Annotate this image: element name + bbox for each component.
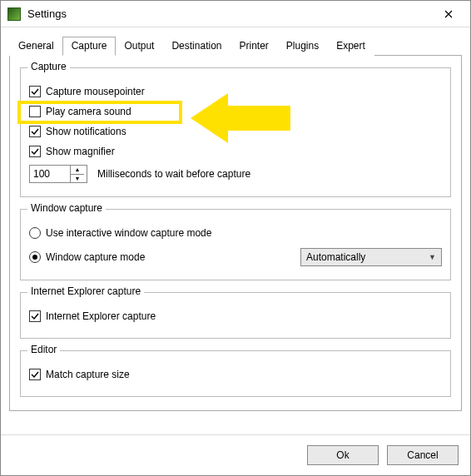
radio-interactive[interactable] (29, 227, 41, 239)
mode-select-value: Automatically (306, 251, 365, 263)
checkbox-magnifier[interactable] (29, 146, 41, 157)
tab-general[interactable]: General (9, 37, 63, 56)
label-camerasound: Play camera sound (46, 106, 131, 117)
ok-button[interactable]: Ok (307, 445, 379, 465)
label-mode: Window capture mode (46, 251, 295, 263)
label-magnifier: Show magnifier (46, 146, 115, 157)
tab-capture[interactable]: Capture (62, 37, 117, 56)
group-capture: Capture Capture mousepointer Play camera… (20, 67, 451, 197)
label-ie: Internet Explorer capture (46, 310, 156, 322)
group-editor: Editor Match capture size (20, 350, 451, 397)
tab-printer[interactable]: Printer (230, 37, 277, 56)
label-editor: Match capture size (46, 369, 130, 380)
label-mousepointer: Capture mousepointer (46, 86, 145, 97)
app-icon (7, 7, 21, 21)
radio-dot-icon (32, 255, 37, 260)
checkbox-camerasound[interactable] (29, 106, 41, 117)
label-interactive: Use interactive window capture mode (46, 227, 211, 239)
window-title: Settings (27, 7, 432, 20)
delay-input-wrap: ▲ ▼ (29, 165, 87, 183)
chevron-down-icon: ▼ (429, 253, 436, 261)
cancel-button[interactable]: Cancel (387, 445, 459, 465)
spin-down[interactable]: ▼ (71, 175, 84, 183)
group-ie-legend: Internet Explorer capture (27, 285, 144, 297)
check-icon (31, 87, 39, 96)
label-notifications: Show notifications (46, 126, 126, 137)
titlebar: Settings (1, 1, 470, 27)
check-icon (31, 370, 39, 379)
capture-panel: Capture Capture mousepointer Play camera… (9, 56, 462, 411)
close-button[interactable] (432, 2, 465, 26)
group-windowcapture-legend: Window capture (27, 202, 106, 214)
checkbox-editor[interactable] (29, 369, 41, 380)
tab-expert[interactable]: Expert (327, 37, 374, 56)
check-icon (31, 147, 39, 156)
check-icon (31, 312, 39, 320)
footer: Ok Cancel (1, 434, 470, 475)
settings-window: Settings General Capture Output Destinat… (0, 0, 471, 476)
spin-up[interactable]: ▲ (71, 166, 84, 175)
tabstrip: General Capture Output Destination Print… (9, 36, 462, 56)
tab-plugins[interactable]: Plugins (277, 37, 328, 56)
radio-mode[interactable] (29, 251, 41, 263)
group-ie: Internet Explorer capture Internet Explo… (20, 292, 451, 339)
checkbox-ie[interactable] (29, 310, 41, 322)
tab-output[interactable]: Output (115, 37, 163, 56)
mode-select[interactable]: Automatically ▼ (300, 248, 442, 266)
checkbox-mousepointer[interactable] (29, 86, 41, 97)
close-icon (444, 10, 453, 18)
check-icon (31, 127, 39, 136)
tab-destination[interactable]: Destination (162, 37, 231, 56)
delay-spinner: ▲ ▼ (70, 166, 84, 182)
group-editor-legend: Editor (27, 344, 60, 355)
label-delay: Milliseconds to wait before capture (97, 168, 250, 180)
delay-input[interactable] (30, 166, 70, 182)
checkbox-notifications[interactable] (29, 126, 41, 137)
group-windowcapture: Window capture Use interactive window ca… (20, 209, 451, 280)
group-capture-legend: Capture (27, 61, 70, 72)
